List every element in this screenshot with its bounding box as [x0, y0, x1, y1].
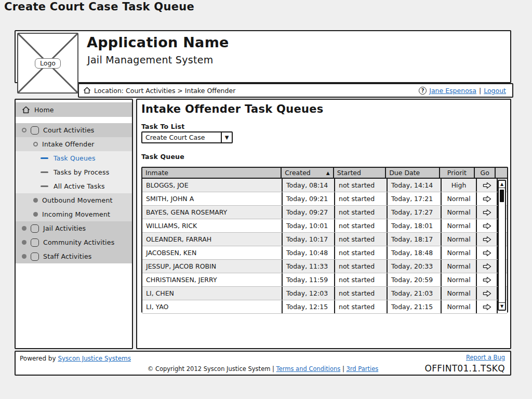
cell-started: not started — [335, 300, 388, 313]
scroll-up-icon[interactable]: ▲ — [499, 181, 505, 188]
table-row[interactable]: LI, CHEN Today, 12:03 not started Today,… — [142, 287, 507, 300]
table-row[interactable]: JESSUP, JACOB ROBIN Today, 11:33 not sta… — [142, 260, 507, 273]
square-icon — [31, 252, 39, 261]
cell-due-date: Today, 18:17 — [388, 233, 442, 246]
go-button[interactable] — [477, 192, 498, 205]
go-arrow-icon — [483, 276, 491, 284]
go-button[interactable] — [477, 273, 498, 286]
table-row[interactable]: BLOGGS, JOE Today, 08:14 not started Tod… — [142, 179, 507, 192]
column-header-priority[interactable]: Priorit — [440, 168, 475, 178]
cell-created: Today, 12:03 — [283, 287, 335, 300]
go-button[interactable] — [477, 179, 498, 192]
sidebar-item-community-activities[interactable]: Community Activities — [16, 235, 132, 249]
logo-label: Logo — [35, 58, 61, 69]
column-header-created[interactable]: Created▲ — [282, 168, 334, 178]
go-button[interactable] — [477, 219, 498, 232]
main-content: Intake Offender Task Queues Task To List… — [136, 99, 511, 349]
sidebar-item-jail-activities[interactable]: Jail Activities — [16, 221, 132, 235]
sidebar-item-incoming-movement[interactable]: Incoming Movement — [16, 207, 132, 221]
table-row[interactable]: BAYES, GENA ROSEMARY Today, 09:27 not st… — [142, 206, 507, 219]
bullet-icon — [22, 226, 26, 231]
go-button[interactable] — [477, 246, 498, 259]
sidebar-item-tasks-by-process[interactable]: Tasks by Process — [16, 165, 132, 179]
column-header-go[interactable]: Go — [475, 168, 496, 178]
breadcrumb: Location: Court Activities > Intake Offe… — [94, 87, 235, 95]
dash-icon — [41, 171, 48, 173]
cell-priority: Normal — [442, 192, 477, 205]
dropdown-selected-value: Create Court Case — [142, 132, 221, 142]
cell-inmate: JACOBSEN, KEN — [142, 246, 283, 259]
sidebar-item-court-activities[interactable]: Court Activities — [16, 123, 132, 137]
cell-created: Today, 12:15 — [283, 300, 335, 313]
logout-link[interactable]: Logout — [484, 87, 506, 95]
column-header-label: Go — [480, 169, 489, 177]
column-header-due-date[interactable]: Due Date — [386, 168, 440, 178]
go-arrow-icon — [483, 209, 491, 216]
cell-priority: Normal — [442, 260, 477, 273]
square-icon — [31, 238, 39, 247]
report-a-bug-link[interactable]: Report a Bug — [466, 354, 505, 361]
cell-priority: Normal — [442, 233, 477, 246]
column-header-label: Due Date — [389, 169, 420, 177]
table-row[interactable]: OLEANDER, FARRAH Today, 10:17 not starte… — [142, 233, 507, 246]
bullet-icon — [33, 212, 38, 217]
vertical-scrollbar[interactable]: ▲ ▼ — [498, 180, 506, 311]
column-header-started[interactable]: Started — [334, 168, 386, 178]
help-icon[interactable]: ? — [419, 87, 427, 95]
cell-due-date: Today, 20:33 — [388, 260, 442, 273]
go-button[interactable] — [477, 287, 498, 300]
syscon-link[interactable]: Syscon Justice Systems — [58, 355, 131, 362]
sidebar-item-all-active-tasks[interactable]: All Active Tasks — [16, 179, 132, 193]
cell-inmate: BAYES, GENA ROSEMARY — [142, 206, 283, 219]
sidebar-item-task-queues[interactable]: Task Queues — [16, 151, 132, 165]
sidebar-item-outbound-movement[interactable]: Outbound Movement — [16, 193, 132, 207]
powered-by-text: Powered by — [20, 355, 56, 362]
cell-priority: High — [442, 179, 477, 192]
cell-priority: Normal — [442, 219, 477, 232]
sidebar-item-home[interactable]: Home — [16, 102, 132, 117]
dash-icon — [41, 157, 48, 159]
go-button[interactable] — [477, 300, 498, 313]
sidebar-item-label: Task Queues — [54, 154, 96, 162]
footer: Powered by Syscon Justice Systems Report… — [15, 351, 511, 376]
cell-due-date: Today, 20:59 — [388, 273, 442, 286]
terms-and-conditions-link[interactable]: Terms and Conditions — [276, 365, 341, 373]
screen-code: OFFINT01.1.TSKQ — [424, 363, 505, 374]
column-header-inmate[interactable]: Inmate — [142, 168, 282, 178]
square-icon — [31, 126, 39, 135]
cell-started: not started — [335, 192, 388, 205]
user-profile-link[interactable]: Jane Espenosa — [429, 87, 476, 95]
scrollbar-thumb[interactable] — [500, 190, 504, 202]
table-row[interactable]: WILLIAMS, RICK Today, 10:01 not started … — [142, 219, 507, 233]
sidebar-item-label: Community Activities — [43, 238, 114, 246]
sidebar-item-intake-offender[interactable]: Intake Offender — [16, 137, 132, 151]
go-arrow-icon — [483, 290, 491, 297]
table-row[interactable]: JACOBSEN, KEN Today, 10:48 not started T… — [142, 246, 507, 260]
third-parties-link[interactable]: 3rd Parties — [346, 365, 378, 373]
task-to-list-dropdown[interactable]: Create Court Case ▼ — [141, 131, 233, 143]
go-button[interactable] — [477, 233, 498, 246]
cell-due-date: Today, 17:21 — [388, 192, 442, 205]
cell-priority: Normal — [442, 273, 477, 286]
go-arrow-icon — [483, 222, 491, 230]
cell-created: Today, 10:48 — [283, 246, 335, 259]
cell-priority: Normal — [442, 246, 477, 259]
scroll-down-icon[interactable]: ▼ — [499, 302, 505, 310]
sidebar-item-label: All Active Tasks — [54, 182, 105, 190]
table-row[interactable]: LI, YAO Today, 12:15 not started Today, … — [142, 300, 507, 314]
cell-priority: Normal — [442, 206, 477, 219]
go-button[interactable] — [477, 206, 498, 219]
table-row[interactable]: CHRISTIANSEN, JERRY Today, 11:59 not sta… — [142, 273, 507, 287]
chevron-down-icon[interactable]: ▼ — [221, 132, 232, 142]
table-header-row: Inmate Created▲ Started Due Date Priorit… — [142, 168, 507, 179]
go-arrow-icon — [483, 182, 491, 189]
cell-inmate: LI, CHEN — [142, 287, 283, 300]
home-icon — [22, 106, 30, 114]
separator: | — [342, 365, 344, 373]
column-header-label: Inmate — [145, 169, 168, 177]
table-row[interactable]: SMITH, JOHN A Today, 09:21 not started T… — [142, 192, 507, 206]
go-button[interactable] — [477, 260, 498, 273]
sidebar-item-staff-activities[interactable]: Staff Activities — [16, 249, 132, 263]
cell-created: Today, 10:01 — [283, 219, 335, 232]
go-arrow-icon — [483, 303, 491, 311]
